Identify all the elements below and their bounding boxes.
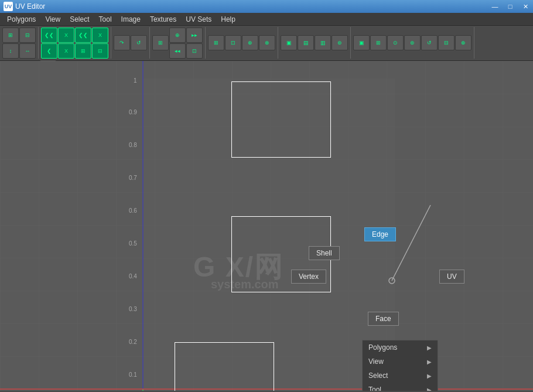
snap2[interactable]: ⊡ — [225, 35, 241, 50]
uv-rect-top — [231, 81, 331, 158]
checker1[interactable]: ▣ — [281, 35, 297, 50]
checker2[interactable]: ▤ — [298, 35, 314, 50]
rotate-btn[interactable]: ↺ — [131, 35, 147, 50]
ruler-y-04: 0.4 — [129, 273, 137, 279]
img7[interactable]: ⊕ — [455, 35, 472, 50]
img2[interactable]: ⊞ — [370, 35, 387, 50]
menu-select[interactable]: Select — [65, 13, 94, 26]
shell-label[interactable]: Shell — [309, 246, 340, 260]
move-tool-btn[interactable]: ⊟ — [19, 28, 36, 43]
ruler-y-01: 0.1 — [129, 371, 137, 378]
ctx-select[interactable]: Select ▶ — [363, 369, 438, 383]
window-title: UV Editor — [15, 2, 45, 11]
menu-help[interactable]: Help — [216, 13, 240, 26]
menu-textures[interactable]: Textures — [145, 13, 181, 26]
close-button[interactable]: ✕ — [518, 0, 533, 13]
uv-tool4[interactable]: X — [58, 43, 74, 59]
uv-tool8[interactable]: ⊟ — [92, 43, 108, 59]
edge-label[interactable]: Edge — [364, 227, 396, 241]
snap3[interactable]: ⊕ — [242, 35, 258, 50]
submenu-arrow-polygons: ▶ — [427, 345, 432, 351]
layout-btn[interactable]: ⊞ — [152, 35, 169, 50]
uv-tool6[interactable]: X — [92, 28, 108, 43]
ruler-y-06: 0.6 — [129, 207, 137, 214]
uv-tool7[interactable]: ⊞ — [75, 43, 91, 59]
toolbar-group-display: ▣ ▤ ▥ ⊚ — [281, 27, 351, 59]
ruler-y-05: 0.5 — [129, 240, 137, 247]
context-menu: Polygons ▶ View ▶ Select ▶ Tool ▶ Image … — [362, 340, 438, 391]
vertex-label[interactable]: Vertex — [291, 270, 326, 284]
layout2[interactable]: ▸▸ — [186, 28, 203, 43]
minimize-button[interactable]: — — [487, 0, 503, 13]
menu-uvsets[interactable]: UV Sets — [181, 13, 216, 26]
toolbar-group-misc: ↷ ↺ — [114, 27, 150, 59]
menu-view[interactable]: View — [40, 13, 65, 26]
ctx-view[interactable]: View ▶ — [363, 354, 438, 369]
toolbar-group-uv: ❮❮ X ❮ X ❮❮ X ⊞ ⊟ — [41, 27, 111, 59]
ruler-y-1: 1 — [134, 77, 137, 84]
ruler-y-02: 0.2 — [129, 339, 137, 345]
rotate-tool-btn[interactable]: ↕ — [2, 43, 19, 59]
ruler-y-08: 0.8 — [129, 142, 137, 148]
img4[interactable]: ⊚ — [404, 35, 421, 50]
toolbar-group-layout: ⊞ ⊕ ▸▸ ◂◂ ⊡ — [152, 27, 206, 59]
ctx-tool[interactable]: Tool ▶ — [363, 383, 438, 391]
ctx-polygons[interactable]: Polygons ▶ — [363, 340, 438, 354]
submenu-arrow-view: ▶ — [427, 359, 432, 365]
uv-tool5[interactable]: ❮❮ — [75, 28, 91, 43]
main-area: 1 0.9 0.8 0.7 0.6 0.5 0.4 0.3 0.2 0.1 -0… — [0, 61, 533, 391]
menu-polygons[interactable]: Polygons — [2, 13, 40, 26]
submenu-arrow-tool: ▶ — [427, 387, 432, 391]
select-tool-btn[interactable]: ⊞ — [2, 28, 19, 43]
checker3[interactable]: ▥ — [315, 35, 331, 50]
scale-tool-btn[interactable]: ↔ — [19, 43, 36, 59]
menu-image[interactable]: Image — [117, 13, 145, 26]
img6[interactable]: ⊟ — [438, 35, 455, 50]
layout3[interactable]: ◂◂ — [169, 43, 186, 59]
menu-bar: Polygons View Select Tool Image Textures… — [0, 13, 533, 26]
flip-btn[interactable]: ↷ — [114, 35, 130, 50]
toolbar: ⊞ ⊟ ↕ ↔ ❮❮ X ❮ X ❮❮ X ⊞ ⊟ ↷ ↺ ⊞ ⊕ ▸▸ ◂◂ — [0, 26, 533, 61]
checker4[interactable]: ⊚ — [332, 35, 348, 50]
img5[interactable]: ↺ — [421, 35, 438, 50]
menu-tool[interactable]: Tool — [94, 13, 117, 26]
uv-label[interactable]: UV — [439, 270, 464, 284]
face-label[interactable]: Face — [368, 312, 399, 326]
ruler-y-09: 0.9 — [129, 109, 137, 115]
title-bar: UV UV Editor — □ ✕ — [0, 0, 533, 13]
snap1[interactable]: ⊞ — [208, 35, 224, 50]
maximize-button[interactable]: □ — [503, 0, 518, 13]
uv-rect-bottom — [175, 342, 274, 391]
ruler-y-03: 0.3 — [129, 306, 137, 312]
uv-tool1[interactable]: ❮❮ — [41, 28, 57, 43]
snap4[interactable]: ⊗ — [259, 35, 275, 50]
window-controls: — □ ✕ — [487, 0, 533, 13]
img3[interactable]: ⊙ — [387, 35, 404, 50]
layout4[interactable]: ⊡ — [186, 43, 203, 59]
submenu-arrow-select: ▶ — [427, 373, 432, 379]
ruler-y-07: 0.7 — [129, 175, 137, 181]
layout1[interactable]: ⊕ — [169, 28, 186, 43]
toolbar-group-snap: ⊞ ⊡ ⊕ ⊗ — [208, 27, 278, 59]
app-icon: UV — [4, 2, 13, 11]
svg-point-6 — [389, 278, 395, 284]
uv-tool3[interactable]: ❮ — [41, 43, 57, 59]
img1[interactable]: ▣ — [353, 35, 370, 50]
uv-tool2[interactable]: X — [58, 28, 74, 43]
toolbar-group-image: ▣ ⊞ ⊙ ⊚ ↺ ⊟ ⊕ — [353, 27, 474, 59]
svg-line-5 — [392, 205, 430, 281]
toolbar-group-select: ⊞ ⊟ ↕ ↔ — [2, 27, 39, 59]
uv-canvas[interactable]: 1 0.9 0.8 0.7 0.6 0.5 0.4 0.3 0.2 0.1 -0… — [0, 61, 533, 391]
